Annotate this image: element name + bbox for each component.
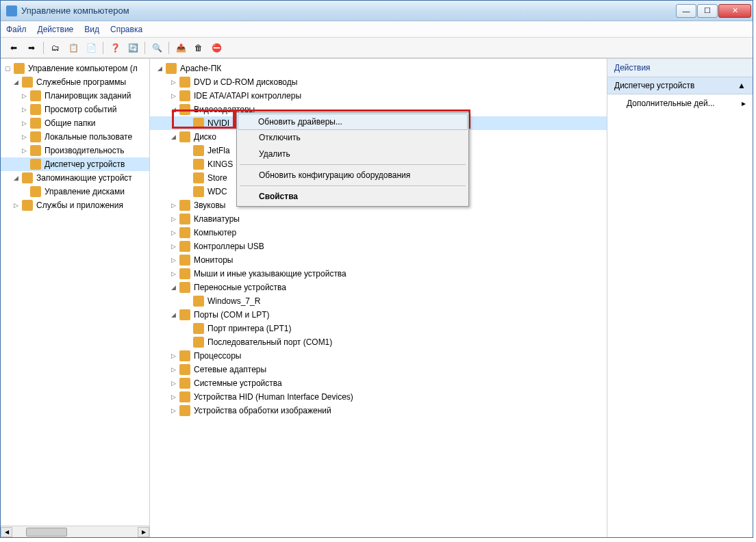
uninstall-button[interactable]: 🗑 xyxy=(191,40,206,55)
menu-view[interactable]: Вид xyxy=(84,25,99,34)
ctx-scan-hardware[interactable]: Обновить конфигурацию оборудования xyxy=(238,167,467,183)
tree-scheduler[interactable]: ▷Планировщик заданий xyxy=(1,89,149,103)
scan-hardware-button[interactable]: 🔍 xyxy=(149,40,164,55)
device-ports[interactable]: ◢Порты (COM и LPT) xyxy=(150,308,607,322)
tree-disk-management[interactable]: Управление дисками xyxy=(1,185,149,198)
back-button[interactable]: ⬅ xyxy=(6,40,21,55)
device-dvd[interactable]: ▷DVD и CD-ROM дисководы xyxy=(150,75,607,89)
device-computer[interactable]: ▷Компьютер xyxy=(150,226,607,240)
window-title: Управление компьютером xyxy=(21,5,675,16)
chevron-right-icon: ▸ xyxy=(742,99,746,108)
tree-local-users[interactable]: ▷Локальные пользовате xyxy=(1,130,149,144)
minimize-button[interactable]: — xyxy=(676,4,696,18)
disable-button[interactable]: ⛔ xyxy=(209,40,224,55)
toolbar: ⬅ ➡ 🗂 📋 📄 ❓ 🔄 🔍 📤 🗑 ⛔ xyxy=(1,38,753,58)
device-win7r[interactable]: Windows_7_R xyxy=(150,294,607,308)
ctx-delete[interactable]: Удалить xyxy=(238,146,467,162)
tree-root[interactable]: ▢Управление компьютером (л xyxy=(1,62,149,75)
device-manager-panel: ◢Apache-ПК ▷DVD и CD-ROM дисководы ▷IDE … xyxy=(150,59,607,537)
tree-events[interactable]: ▷Просмотр событий xyxy=(1,103,149,116)
menu-help[interactable]: Справка xyxy=(110,25,142,34)
collapse-icon: ▲ xyxy=(738,81,746,90)
device-ide[interactable]: ▷IDE ATA/ATAPI контроллеры xyxy=(150,89,607,103)
actions-header: Действия xyxy=(607,59,753,77)
tree-storage[interactable]: ◢Запоминающие устройст xyxy=(1,171,149,185)
properties-button[interactable]: 📋 xyxy=(66,40,81,55)
ctx-separator xyxy=(240,164,466,165)
device-monitors[interactable]: ▷Мониторы xyxy=(150,253,607,267)
actions-section-devmgr[interactable]: Диспетчер устройств▲ xyxy=(607,77,753,94)
ctx-update-drivers[interactable]: Обновить драйверы... xyxy=(238,114,468,130)
menu-action[interactable]: Действие xyxy=(38,25,74,34)
device-keyboards[interactable]: ▷Клавиатуры xyxy=(150,212,607,226)
show-hide-tree-button[interactable]: 🗂 xyxy=(48,40,63,55)
tree-utilities[interactable]: ◢Служебные программы xyxy=(1,75,149,89)
device-processors[interactable]: ▷Процессоры xyxy=(150,349,607,363)
content-area: ▢Управление компьютером (л ◢Служебные пр… xyxy=(1,58,753,537)
actions-more[interactable]: Дополнительные дей...▸ xyxy=(607,94,753,112)
device-com1[interactable]: Последовательный порт (COM1) xyxy=(150,335,607,349)
ctx-disable[interactable]: Отключить xyxy=(238,129,467,146)
update-driver-button[interactable]: 📤 xyxy=(173,40,188,55)
device-portable[interactable]: ◢Переносные устройства xyxy=(150,281,607,294)
refresh-button[interactable]: 🔄 xyxy=(125,40,140,55)
menu-file[interactable]: Файл xyxy=(6,25,27,34)
titlebar: Управление компьютером — ☐ ✕ xyxy=(1,1,753,21)
tree-device-manager[interactable]: Диспетчер устройств xyxy=(1,157,149,171)
forward-button[interactable]: ➡ xyxy=(24,40,39,55)
actions-panel: Действия Диспетчер устройств▲ Дополнител… xyxy=(607,59,753,537)
device-system[interactable]: ▷Системные устройства xyxy=(150,376,607,390)
console-tree: ▢Управление компьютером (л ◢Служебные пр… xyxy=(1,59,149,537)
export-button[interactable]: 📄 xyxy=(84,40,99,55)
device-root[interactable]: ◢Apache-ПК xyxy=(150,62,607,75)
context-menu: Обновить драйверы... Отключить Удалить О… xyxy=(236,112,469,207)
tree-performance[interactable]: ▷Производительность xyxy=(1,144,149,157)
ctx-properties[interactable]: Свойства xyxy=(238,188,467,205)
device-hid[interactable]: ▷Устройства HID (Human Interface Devices… xyxy=(150,390,607,404)
device-network-adapters[interactable]: ▷Сетевые адаптеры xyxy=(150,363,607,376)
tree-shared-folders[interactable]: ▷Общие папки xyxy=(1,116,149,130)
device-lpt1[interactable]: Порт принтера (LPT1) xyxy=(150,322,607,335)
app-icon xyxy=(6,5,17,16)
device-imaging[interactable]: ▷Устройства обработки изображений xyxy=(150,404,607,417)
menubar: Файл Действие Вид Справка xyxy=(1,21,753,38)
window-frame: Управление компьютером — ☐ ✕ Файл Действ… xyxy=(0,0,753,538)
help-button[interactable]: ❓ xyxy=(108,40,123,55)
close-button[interactable]: ✕ xyxy=(718,4,751,18)
ctx-separator xyxy=(240,185,466,186)
device-usb[interactable]: ▷Контроллеры USB xyxy=(150,240,607,253)
maximize-button[interactable]: ☐ xyxy=(697,4,718,18)
left-scrollbar[interactable]: ◀▶ xyxy=(1,526,149,537)
tree-services-apps[interactable]: ▷Службы и приложения xyxy=(1,198,149,212)
device-mice[interactable]: ▷Мыши и иные указывающие устройства xyxy=(150,267,607,281)
console-tree-panel: ▢Управление компьютером (л ◢Служебные пр… xyxy=(1,59,150,537)
